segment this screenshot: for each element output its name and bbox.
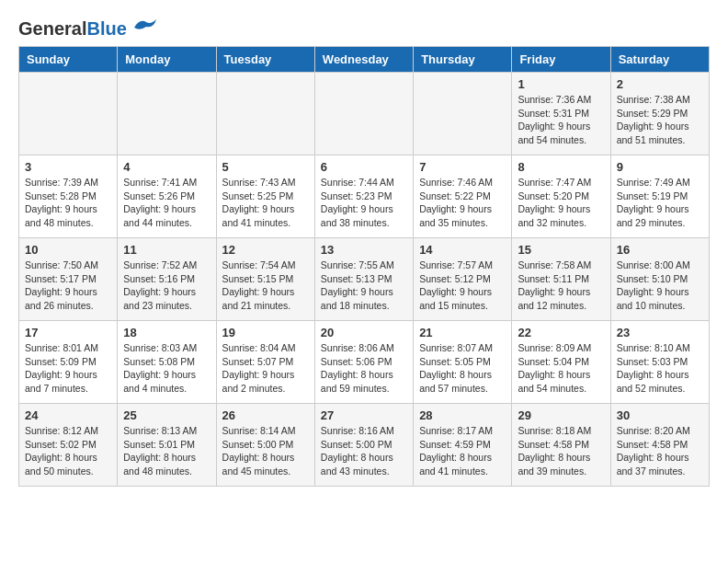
calendar-table: SundayMondayTuesdayWednesdayThursdayFrid… [18, 46, 710, 487]
calendar-cell: 10Sunrise: 7:50 AM Sunset: 5:17 PM Dayli… [19, 238, 118, 321]
day-number: 28 [419, 408, 506, 422]
cell-info: Sunrise: 8:12 AM Sunset: 5:02 PM Dayligh… [25, 424, 111, 478]
calendar-cell: 23Sunrise: 8:10 AM Sunset: 5:03 PM Dayli… [610, 321, 709, 404]
day-number: 12 [222, 243, 309, 257]
cell-info: Sunrise: 7:52 AM Sunset: 5:16 PM Dayligh… [123, 259, 210, 313]
calendar-cell: 24Sunrise: 8:12 AM Sunset: 5:02 PM Dayli… [19, 404, 118, 487]
day-number: 5 [222, 160, 309, 174]
day-number: 7 [419, 160, 506, 174]
day-of-week-header: Thursday [414, 47, 512, 73]
day-number: 3 [25, 160, 111, 174]
calendar-header-row: SundayMondayTuesdayWednesdayThursdayFrid… [19, 47, 710, 73]
day-number: 15 [518, 243, 604, 257]
day-number: 16 [617, 243, 703, 257]
cell-info: Sunrise: 8:09 AM Sunset: 5:04 PM Dayligh… [518, 341, 604, 396]
calendar-cell: 28Sunrise: 8:17 AM Sunset: 4:59 PM Dayli… [414, 404, 512, 487]
day-number: 20 [321, 326, 407, 339]
cell-info: Sunrise: 7:54 AM Sunset: 5:15 PM Dayligh… [222, 259, 309, 313]
cell-info: Sunrise: 8:00 AM Sunset: 5:10 PM Dayligh… [617, 259, 703, 313]
day-number: 10 [25, 243, 111, 257]
cell-info: Sunrise: 7:46 AM Sunset: 5:22 PM Dayligh… [419, 176, 506, 230]
calendar-cell: 16Sunrise: 8:00 AM Sunset: 5:10 PM Dayli… [610, 238, 709, 321]
calendar-cell: 30Sunrise: 8:20 AM Sunset: 4:58 PM Dayli… [610, 404, 709, 487]
day-number: 18 [123, 326, 210, 339]
cell-info: Sunrise: 8:03 AM Sunset: 5:08 PM Dayligh… [123, 341, 210, 396]
cell-info: Sunrise: 7:55 AM Sunset: 5:13 PM Dayligh… [321, 259, 407, 313]
calendar-cell: 4Sunrise: 7:41 AM Sunset: 5:26 PM Daylig… [118, 155, 216, 238]
cell-info: Sunrise: 7:50 AM Sunset: 5:17 PM Dayligh… [25, 259, 111, 313]
logo-container: GeneralBlue [18, 18, 160, 39]
calendar-cell: 5Sunrise: 7:43 AM Sunset: 5:25 PM Daylig… [216, 155, 314, 238]
calendar-cell: 26Sunrise: 8:14 AM Sunset: 5:00 PM Dayli… [216, 404, 314, 487]
calendar-cell [19, 73, 118, 155]
calendar-cell: 1Sunrise: 7:36 AM Sunset: 5:31 PM Daylig… [512, 73, 610, 155]
calendar-week-row: 1Sunrise: 7:36 AM Sunset: 5:31 PM Daylig… [19, 73, 710, 155]
calendar-cell: 8Sunrise: 7:47 AM Sunset: 5:20 PM Daylig… [512, 155, 610, 238]
day-number: 25 [123, 408, 210, 422]
calendar-cell: 15Sunrise: 7:58 AM Sunset: 5:11 PM Dayli… [512, 238, 610, 321]
cell-info: Sunrise: 8:06 AM Sunset: 5:06 PM Dayligh… [321, 341, 407, 396]
calendar-cell [314, 73, 413, 155]
cell-info: Sunrise: 8:17 AM Sunset: 4:59 PM Dayligh… [419, 424, 506, 478]
calendar-cell: 7Sunrise: 7:46 AM Sunset: 5:22 PM Daylig… [414, 155, 512, 238]
day-of-week-header: Sunday [19, 47, 118, 73]
cell-info: Sunrise: 7:57 AM Sunset: 5:12 PM Dayligh… [419, 259, 506, 313]
day-number: 2 [617, 77, 703, 91]
calendar-cell: 18Sunrise: 8:03 AM Sunset: 5:08 PM Dayli… [118, 321, 216, 404]
day-number: 11 [123, 243, 210, 257]
calendar-cell: 19Sunrise: 8:04 AM Sunset: 5:07 PM Dayli… [216, 321, 314, 404]
calendar-cell [216, 73, 314, 155]
calendar-cell: 12Sunrise: 7:54 AM Sunset: 5:15 PM Dayli… [216, 238, 314, 321]
cell-info: Sunrise: 7:36 AM Sunset: 5:31 PM Dayligh… [518, 93, 604, 147]
day-of-week-header: Wednesday [314, 47, 413, 73]
day-number: 21 [419, 326, 506, 339]
day-number: 14 [419, 243, 506, 257]
day-number: 30 [617, 408, 703, 422]
logo-bird-icon [131, 15, 160, 35]
calendar-cell [414, 73, 512, 155]
day-number: 1 [518, 77, 604, 91]
header: GeneralBlue [18, 18, 710, 39]
calendar-cell: 13Sunrise: 7:55 AM Sunset: 5:13 PM Dayli… [314, 238, 413, 321]
logo-text: GeneralBlue [18, 18, 127, 39]
day-of-week-header: Friday [512, 47, 610, 73]
cell-info: Sunrise: 8:04 AM Sunset: 5:07 PM Dayligh… [222, 341, 309, 396]
calendar-week-row: 10Sunrise: 7:50 AM Sunset: 5:17 PM Dayli… [19, 238, 710, 321]
day-number: 17 [25, 326, 111, 339]
calendar-cell: 9Sunrise: 7:49 AM Sunset: 5:19 PM Daylig… [610, 155, 709, 238]
calendar-cell: 20Sunrise: 8:06 AM Sunset: 5:06 PM Dayli… [314, 321, 413, 404]
calendar-cell: 29Sunrise: 8:18 AM Sunset: 4:58 PM Dayli… [512, 404, 610, 487]
calendar-cell: 3Sunrise: 7:39 AM Sunset: 5:28 PM Daylig… [19, 155, 118, 238]
cell-info: Sunrise: 7:39 AM Sunset: 5:28 PM Dayligh… [25, 176, 111, 230]
calendar-cell: 21Sunrise: 8:07 AM Sunset: 5:05 PM Dayli… [414, 321, 512, 404]
cell-info: Sunrise: 7:38 AM Sunset: 5:29 PM Dayligh… [617, 93, 703, 147]
cell-info: Sunrise: 7:44 AM Sunset: 5:23 PM Dayligh… [321, 176, 407, 230]
calendar-cell [118, 73, 216, 155]
cell-info: Sunrise: 8:07 AM Sunset: 5:05 PM Dayligh… [419, 341, 506, 396]
cell-info: Sunrise: 8:01 AM Sunset: 5:09 PM Dayligh… [25, 341, 111, 396]
day-number: 19 [222, 326, 309, 339]
cell-info: Sunrise: 8:14 AM Sunset: 5:00 PM Dayligh… [222, 424, 309, 478]
day-number: 22 [518, 326, 604, 339]
day-number: 13 [321, 243, 407, 257]
calendar-cell: 6Sunrise: 7:44 AM Sunset: 5:23 PM Daylig… [314, 155, 413, 238]
calendar-cell: 22Sunrise: 8:09 AM Sunset: 5:04 PM Dayli… [512, 321, 610, 404]
day-number: 4 [123, 160, 210, 174]
cell-info: Sunrise: 8:10 AM Sunset: 5:03 PM Dayligh… [617, 341, 703, 396]
day-number: 6 [321, 160, 407, 174]
calendar-week-row: 3Sunrise: 7:39 AM Sunset: 5:28 PM Daylig… [19, 155, 710, 238]
calendar-week-row: 24Sunrise: 8:12 AM Sunset: 5:02 PM Dayli… [19, 404, 710, 487]
day-of-week-header: Tuesday [216, 47, 314, 73]
cell-info: Sunrise: 8:13 AM Sunset: 5:01 PM Dayligh… [123, 424, 210, 478]
day-number: 26 [222, 408, 309, 422]
cell-info: Sunrise: 7:41 AM Sunset: 5:26 PM Dayligh… [123, 176, 210, 230]
cell-info: Sunrise: 7:47 AM Sunset: 5:20 PM Dayligh… [518, 176, 604, 230]
cell-info: Sunrise: 7:58 AM Sunset: 5:11 PM Dayligh… [518, 259, 604, 313]
day-number: 9 [617, 160, 703, 174]
day-number: 23 [617, 326, 703, 339]
cell-info: Sunrise: 7:49 AM Sunset: 5:19 PM Dayligh… [617, 176, 703, 230]
calendar-cell: 25Sunrise: 8:13 AM Sunset: 5:01 PM Dayli… [118, 404, 216, 487]
logo: GeneralBlue [18, 18, 160, 39]
day-number: 8 [518, 160, 604, 174]
day-of-week-header: Saturday [610, 47, 709, 73]
